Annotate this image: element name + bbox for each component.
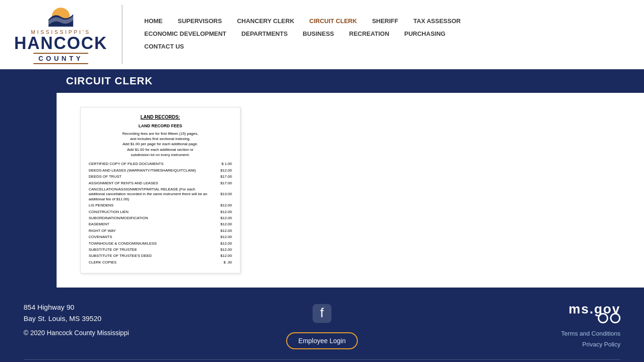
- address-line2: Bay St. Louis, MS 39520: [24, 313, 223, 324]
- banner-sidebar: [0, 69, 57, 93]
- banner-main: CIRCUIT CLERK: [57, 69, 644, 93]
- nav-area: HOME SUPERVISORS CHANCERY CLERK CIRCUIT …: [123, 16, 630, 54]
- fee-row: CONSTRUCTION LIEN$12.00: [88, 209, 233, 215]
- fee-row: CANCELLATION/ASSIGNMENT/PARTIAL RELEASE …: [88, 187, 233, 203]
- fee-row: RIGHT OF WAY$12.00: [88, 228, 233, 234]
- fee-label: EASEMENT: [88, 222, 213, 228]
- land-records-document: LAND RECORDS: LAND RECORD FEES Recording…: [80, 107, 240, 273]
- fee-row: DEEDS AND LEASES (WARRANTY/TIMESHARE/QUI…: [88, 167, 233, 173]
- address-line1: 854 Highway 90: [24, 302, 223, 313]
- nav-departments[interactable]: DEPARTMENTS: [234, 28, 295, 39]
- footer-links: Terms and Conditions Privacy Policy: [561, 328, 620, 350]
- content-area: LAND RECORDS: LAND RECORD FEES Recording…: [57, 93, 644, 288]
- fee-label: SUBORDINATION/MODIFICATION: [88, 215, 213, 221]
- fee-value: $ 1.00: [213, 161, 233, 167]
- fee-row: TOWNHOUSE & CONDOMINIUM/LESS$12.00: [88, 240, 233, 247]
- employee-login-button[interactable]: Employee Login: [286, 332, 358, 349]
- nav-recreation[interactable]: RECREATION: [342, 28, 397, 39]
- fee-label: TOWNHOUSE & CONDOMINIUM/LESS: [88, 240, 213, 247]
- logo-icon: [44, 5, 77, 28]
- fee-row: SUBSTITUTE OF TRUSTEE'S DEED$12.00: [88, 253, 233, 259]
- footer-right: ms.gov Terms and Conditions Privacy Poli…: [421, 302, 620, 350]
- fee-value: $12.00: [213, 228, 233, 234]
- fee-label: SUBSTITUTE OF TRUSTEE: [88, 247, 213, 253]
- fee-label: RIGHT OF WAY: [88, 228, 213, 234]
- fee-label: DEEDS OF TRUST: [88, 174, 213, 180]
- fee-row: COVENANTS$12.00: [88, 234, 233, 240]
- nav-tax-assessor[interactable]: TAX ASSESSOR: [406, 16, 468, 26]
- footer-left: 854 Highway 90 Bay St. Louis, MS 39520 ©…: [24, 302, 223, 337]
- fee-row: EASEMENT$12.00: [88, 222, 233, 228]
- fee-row: LIS PENDENS$12.00: [88, 203, 233, 209]
- terms-link[interactable]: Terms and Conditions: [561, 328, 620, 339]
- sidebar-left: [0, 93, 57, 288]
- fee-value: $12.00: [213, 209, 233, 215]
- logo-area: MISSISSIPPI'S HANCOCK COUNTY: [14, 5, 123, 64]
- msgov-circle-2: [610, 313, 620, 323]
- fee-label: ASSIGNMENT OF RENTS AND LEASES: [88, 180, 213, 186]
- fee-value: $12.00: [213, 203, 233, 209]
- footer: 854 Highway 90 Bay St. Louis, MS 39520 ©…: [0, 288, 644, 362]
- nav-circuit-clerk[interactable]: CIRCUIT CLERK: [302, 16, 364, 26]
- fee-value: $12.00: [213, 167, 233, 173]
- footer-center: f Employee Login: [223, 302, 421, 349]
- fee-row: SUBSTITUTE OF TRUSTEE$12.00: [88, 247, 233, 253]
- fee-row: CLERK COPIES$ .30: [88, 259, 233, 265]
- fee-value: $12.00: [213, 215, 233, 221]
- nav-sheriff[interactable]: SHERIFF: [364, 16, 406, 26]
- fee-row: ASSIGNMENT OF RENTS AND LEASES$17.00: [88, 180, 233, 186]
- fee-value: $17.00: [213, 174, 233, 180]
- nav-row-2: ECONOMIC DEVELOPMENT DEPARTMENTS BUSINES…: [137, 28, 630, 39]
- nav-row-1: HOME SUPERVISORS CHANCERY CLERK CIRCUIT …: [137, 16, 630, 26]
- fee-label: CANCELLATION/ASSIGNMENT/PARTIAL RELEASE …: [88, 187, 213, 203]
- privacy-link[interactable]: Privacy Policy: [561, 339, 620, 350]
- doc-fees-note: Recording fees are for first fifteen (15…: [88, 131, 233, 157]
- main-content: LAND RECORDS: LAND RECORD FEES Recording…: [0, 93, 644, 288]
- fee-label: COVENANTS: [88, 234, 213, 240]
- nav-supervisors[interactable]: SUPERVISORS: [170, 16, 230, 26]
- doc-fees-title: LAND RECORD FEES: [88, 123, 233, 128]
- fee-label: CONSTRUCTION LIEN: [88, 209, 213, 215]
- fee-value: $12.00: [213, 234, 233, 240]
- nav-row-3: CONTACT US: [137, 41, 630, 52]
- nav-home[interactable]: HOME: [137, 16, 170, 26]
- svg-text:f: f: [320, 305, 324, 320]
- fee-label: DEEDS AND LEASES (WARRANTY/TIMESHARE/QUI…: [88, 167, 213, 173]
- fee-value: $12.00: [213, 253, 233, 259]
- dark-banner: CIRCUIT CLERK: [0, 69, 644, 93]
- fee-label: CLERK COPIES: [88, 259, 213, 265]
- doc-title: LAND RECORDS:: [88, 115, 233, 120]
- nav-contact-us[interactable]: CONTACT US: [137, 41, 191, 52]
- msgov-circle-1: [598, 313, 608, 323]
- fee-row: CERTIFIED COPY OF FILED DOCUMENTS$ 1.00: [88, 161, 233, 167]
- fee-value: $ .30: [213, 259, 233, 265]
- footer-inner: 854 Highway 90 Bay St. Louis, MS 39520 ©…: [24, 302, 620, 350]
- footer-copyright: © 2020 Hancock County Mississippi: [24, 329, 223, 337]
- fee-row: SUBORDINATION/MODIFICATION$12.00: [88, 215, 233, 221]
- fee-value: $12.00: [213, 222, 233, 228]
- fee-label: CERTIFIED COPY OF FILED DOCUMENTS: [88, 161, 213, 167]
- footer-address: 854 Highway 90 Bay St. Louis, MS 39520: [24, 302, 223, 324]
- logo-county-label: COUNTY: [33, 53, 88, 64]
- banner-title: CIRCUIT CLERK: [66, 75, 153, 87]
- fees-table: CERTIFIED COPY OF FILED DOCUMENTS$ 1.00D…: [88, 161, 233, 266]
- msgov-circles: [598, 313, 620, 323]
- fee-value: $13.00: [213, 187, 233, 203]
- nav-chancery-clerk[interactable]: CHANCERY CLERK: [230, 16, 302, 26]
- nav-economic-development[interactable]: ECONOMIC DEVELOPMENT: [137, 28, 234, 39]
- logo-hancock-label: HANCOCK: [14, 35, 107, 52]
- fee-value: $12.00: [213, 247, 233, 253]
- footer-bottom: Contact Us News & Media: [24, 359, 620, 362]
- fee-value: $17.00: [213, 180, 233, 186]
- facebook-icon[interactable]: f: [310, 302, 334, 325]
- msgov-logo: ms.gov: [569, 302, 620, 323]
- fee-label: LIS PENDENS: [88, 203, 213, 209]
- fee-value: $12.00: [213, 240, 233, 247]
- fee-label: SUBSTITUTE OF TRUSTEE'S DEED: [88, 253, 213, 259]
- nav-business[interactable]: BUSINESS: [295, 28, 341, 39]
- header: MISSISSIPPI'S HANCOCK COUNTY HOME SUPERV…: [0, 0, 644, 69]
- nav-purchasing[interactable]: PURCHASING: [397, 28, 453, 39]
- fee-row: DEEDS OF TRUST$17.00: [88, 174, 233, 180]
